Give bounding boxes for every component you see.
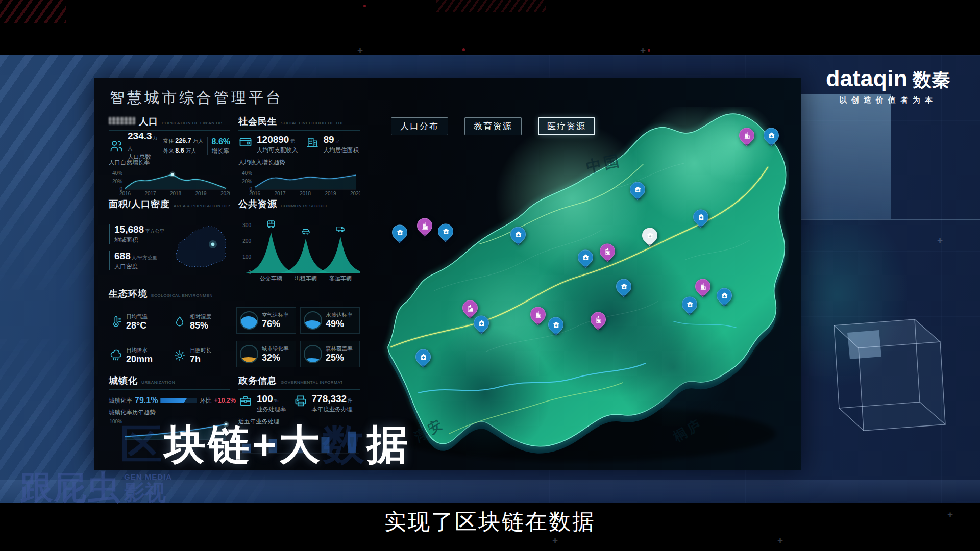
blurred-district-name (109, 117, 135, 124)
district-outline-minimap (170, 222, 230, 273)
map-pin-hospital[interactable] (530, 307, 546, 322)
eco-item: 日均降水20mm (109, 341, 168, 370)
map-pin-hospital[interactable] (695, 279, 710, 294)
panel-livelihood: 社会民生 SOCIAL LIVELIHOOD OF THE PEOPLE 120… (238, 115, 360, 192)
eco-gauge: 空气达标率76% (236, 307, 296, 334)
map-pin-clinic[interactable] (693, 209, 708, 224)
svg-text:200: 200 (242, 238, 251, 244)
urbanization-rate: 79.1% (135, 396, 158, 405)
svg-text:2018: 2018 (170, 191, 182, 196)
income-stat: 120890元 人均可支配收入 (238, 135, 298, 154)
land-area-stat: 15,688平方公里 地域面积 (109, 224, 165, 244)
processing-rate-stat: 100% 业务处理率 (238, 394, 286, 413)
wireframe-cube-decoration (817, 306, 954, 449)
wallet-icon (238, 135, 253, 149)
map-pin-clinic[interactable] (548, 317, 564, 333)
hatch-decoration (0, 0, 66, 23)
chart-label: 城镇化率历年趋势 (109, 409, 230, 416)
svg-text:公交车辆: 公交车辆 (260, 275, 282, 281)
map-pin-clinic[interactable] (717, 288, 732, 303)
panel-title: 城镇化 (109, 374, 138, 387)
density-stat: 688人/平方公里 人口密度 (109, 251, 165, 270)
brand-wordmark: dataqin (826, 65, 908, 92)
map-pin-clinic[interactable] (415, 349, 431, 364)
letterbox-top (0, 0, 980, 55)
map-pin-clinic[interactable] (682, 296, 697, 312)
svg-text:2016: 2016 (249, 191, 261, 196)
map-pin-hospital[interactable] (417, 218, 432, 234)
panel-subtitle-en: SOCIAL LIVELIHOOD OF THE PEOPLE (281, 121, 342, 126)
mom-change: +10.2% (214, 397, 236, 404)
svg-text:出租车辆: 出租车辆 (295, 275, 317, 281)
svg-text:20%: 20% (242, 179, 252, 184)
building-icon (305, 135, 320, 149)
watermark-suffix: 影视 (124, 481, 172, 504)
panel-title: 生态环境 (109, 288, 148, 300)
svg-text:2017: 2017 (274, 191, 286, 196)
map-pin-clinic[interactable] (616, 279, 631, 294)
terrain-map (357, 107, 789, 464)
pane-line-decoration (789, 219, 980, 220)
map-pin-clinic[interactable] (510, 227, 526, 242)
eco-item: 日均气温28°C (109, 307, 168, 337)
population-growth-chart: 020%40%20162017201820192020 (109, 167, 230, 197)
svg-text:2016: 2016 (119, 191, 131, 196)
map-pin-plain[interactable] (642, 228, 657, 243)
ecology-grid: 日均气温28°C相对湿度85%空气达标率76%水质达标率49%日均降水20mm日… (109, 307, 360, 370)
vehicles-spike-chart: 0100200300公交车辆出租车辆客运车辆 (238, 217, 360, 282)
panel-ecology: 生态环境 ECOLOGICAL ENVIRONMENT 日均气温28°C相对湿度… (109, 288, 360, 368)
map-pin-clinic[interactable] (630, 182, 645, 197)
watermark-name-cn: 跟屁虫 (20, 471, 121, 504)
housing-stat: 89㎡ 人均居住面积 (305, 135, 359, 154)
svg-text:40%: 40% (242, 170, 252, 176)
map-pin-hospital[interactable] (591, 312, 606, 327)
dashboard-screen: 智慧城市综合管理平台 人口 POPULATION OF LIN'AN DISTR… (94, 78, 801, 470)
studio-watermark: 跟屁虫 GEN MEDIA 影视 (20, 471, 172, 504)
map-pin-clinic[interactable] (764, 128, 779, 143)
plus-mark-decoration (937, 235, 943, 246)
map-pin-clinic[interactable] (474, 315, 489, 331)
headline-ghost-char: 区 (120, 421, 164, 467)
panel-subtitle-en: ECOLOGICAL ENVIRONMENT (151, 293, 212, 298)
svg-text:2019: 2019 (195, 191, 207, 196)
panel-population: 人口 POPULATION OF LIN'AN DISTRICT 234.3万人… (109, 115, 230, 192)
map-pin-clinic[interactable] (392, 224, 407, 240)
eco-gauge: 城市绿化率32% (236, 341, 296, 367)
annual-services-stat: 778,332件 本年度业务办理 (293, 394, 353, 413)
map-pin-clinic[interactable] (438, 223, 453, 239)
red-dot-decoration (648, 49, 650, 52)
red-dot-decoration (363, 5, 366, 7)
video-frame: 智慧城市综合管理平台 人口 POPULATION OF LIN'AN DISTR… (0, 0, 980, 551)
map-filter-buttons: 人口分布教育资源医疗资源 (391, 117, 595, 135)
eco-gauge: 森林覆盖率25% (300, 341, 360, 367)
map-pin-hospital[interactable] (600, 243, 615, 259)
city-map: 人口分布教育资源医疗资源 中国淳安桐庐 (357, 107, 789, 464)
panel-subtitle-en: POPULATION OF LIN'AN DISTRICT (162, 121, 223, 126)
map-pin-hospital[interactable] (462, 300, 478, 315)
svg-text:2017: 2017 (144, 191, 156, 196)
map-filter-button-0[interactable]: 人口分布 (391, 117, 448, 135)
people-icon (109, 138, 124, 154)
map-pin-clinic[interactable] (578, 249, 593, 265)
panel-title: 人口 (139, 115, 158, 128)
panel-title: 政务信息 (238, 374, 277, 387)
svg-text:100: 100 (242, 254, 251, 260)
panel-common-resource: 公共资源 COMMON RESOURCE 0100200300公交车辆出租车辆客… (238, 198, 360, 282)
income-trend-chart: 020%40%20162017201820192020 (238, 167, 360, 197)
panel-subtitle-en: URBANIZATION (141, 380, 175, 385)
printer-icon (293, 394, 308, 408)
map-filter-button-2[interactable]: 医疗资源 (538, 117, 595, 135)
urbanization-progress-bar (160, 398, 197, 403)
brand-name-cn: 数秦 (913, 67, 950, 93)
growth-rate-stat: 8.6% 增长率 (207, 137, 230, 155)
map-pin-hospital[interactable] (739, 128, 754, 143)
map-filter-button-1[interactable]: 教育资源 (464, 117, 522, 135)
hatch-decoration (436, 0, 546, 12)
svg-text:40%: 40% (112, 170, 122, 176)
glass-pane-decoration (797, 94, 891, 219)
headline-bright-right: 据 (366, 421, 410, 467)
panel-title: 社会民生 (238, 115, 277, 128)
brand-logo: dataqin 数秦 以创造价值者为本 (813, 65, 964, 105)
resident-migrant-stats: 常住 226.7 万人 外来 8.6 万人 (163, 136, 203, 156)
panel-title: 公共资源 (238, 198, 277, 210)
